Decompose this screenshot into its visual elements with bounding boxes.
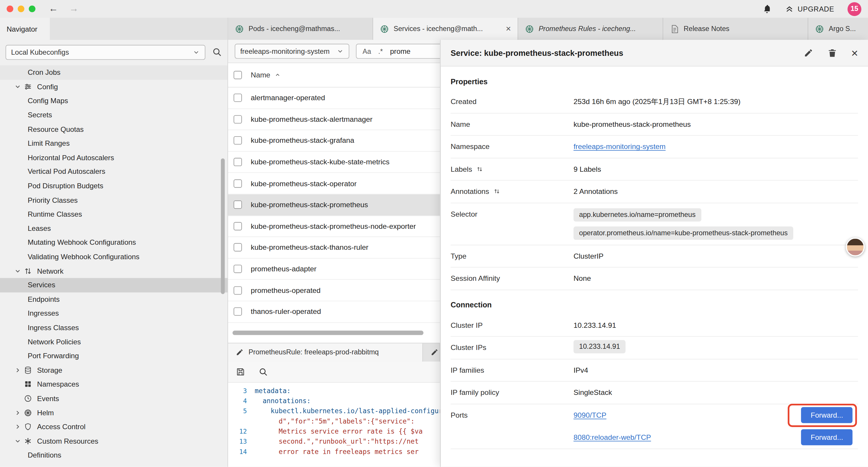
row-checkbox[interactable]	[234, 286, 242, 294]
sidebar-item-horizontal-pod-autoscalers[interactable]: Horizontal Pod Autoscalers	[0, 150, 227, 165]
row-checkbox[interactable]	[234, 222, 242, 230]
regex-toggle[interactable]: .*	[378, 47, 383, 55]
search-input[interactable]: Aa .* prome	[356, 44, 440, 59]
notification-badge[interactable]: 15	[848, 2, 862, 16]
sidebar-item-ingress-classes[interactable]: Ingress Classes	[0, 320, 227, 334]
chevron-down-icon[interactable]	[13, 267, 22, 274]
sidebar-item-limit-ranges[interactable]: Limit Ranges	[0, 136, 227, 150]
sidebar-item-endpoints[interactable]: Endpoints	[0, 292, 227, 306]
section-title-connection: Connection	[451, 296, 858, 315]
sidebar-item-port-forwarding[interactable]: Port Forwarding	[0, 349, 227, 363]
table-row-kube-prometheus-stack-operator[interactable]: kube-prometheus-stack-operator	[228, 173, 440, 194]
sidebar-item-config[interactable]: Config	[0, 80, 227, 94]
sidebar-item-leases[interactable]: Leases	[0, 222, 227, 236]
row-checkbox[interactable]	[234, 243, 242, 252]
namespace-selector[interactable]: freeleaps-monitoring-system	[235, 44, 349, 59]
table-row-kube-prometheus-stack-grafana[interactable]: kube-prometheus-stack-grafana	[228, 130, 440, 152]
row-checkbox[interactable]	[234, 115, 242, 123]
forward-button[interactable]: Forward...	[801, 407, 852, 423]
sidebar-item-network[interactable]: Network	[0, 264, 227, 278]
match-case-toggle[interactable]: Aa	[363, 47, 371, 55]
notifications-bell-icon[interactable]	[762, 4, 772, 13]
sidebar-item-events[interactable]: Events	[0, 391, 227, 406]
sidebar-item-network-policies[interactable]: Network Policies	[0, 334, 227, 349]
search-icon[interactable]	[212, 47, 222, 57]
table-row-prometheus-adapter[interactable]: prometheus-adapter	[228, 259, 440, 280]
sidebar-item-priority-classes[interactable]: Priority Classes	[0, 193, 227, 207]
save-icon[interactable]	[236, 367, 245, 376]
table-row-kube-prometheus-stack-prometheus-node-ex[interactable]: kube-prometheus-stack-prometheus-node-ex…	[228, 216, 440, 237]
close-tab-icon[interactable]: ×	[506, 24, 511, 33]
sidebar-item-helm[interactable]: Helm	[0, 406, 227, 420]
minimize-window-button[interactable]	[18, 6, 24, 12]
tab-argo-s[interactable]: Argo S...	[808, 18, 868, 40]
sidebar-item-vertical-pod-autoscalers[interactable]: Vertical Pod Autoscalers	[0, 165, 227, 179]
upgrade-button[interactable]: UPGRADE	[785, 4, 834, 13]
table-row-kube-prometheus-stack-thanos-ruler[interactable]: kube-prometheus-stack-thanos-ruler	[228, 237, 440, 258]
sidebar-item-access-control[interactable]: Access Control	[0, 420, 227, 434]
row-checkbox[interactable]	[234, 265, 242, 273]
sidebar-item-label: Ingresses	[28, 309, 59, 317]
sidebar-item-cron-jobs[interactable]: Cron Jobs	[0, 65, 227, 80]
drawer-header: Service: kube-prometheus-stack-prometheu…	[440, 40, 868, 66]
table-row-prometheus-operated[interactable]: prometheus-operated	[228, 280, 440, 301]
name-column-header[interactable]: Name	[251, 71, 281, 79]
sidebar-item-resource-quotas[interactable]: Resource Quotas	[0, 122, 227, 136]
port-link[interactable]: 8080:reloader-web/TCP	[574, 433, 651, 441]
sidebar-item-validating-webhook-configurations[interactable]: Validating Webhook Configurations	[0, 250, 227, 264]
table-row-kube-prometheus-stack-alertmanager[interactable]: kube-prometheus-stack-alertmanager	[228, 109, 440, 130]
yaml-editor[interactable]: 3metadata:4 annotations:5 kubectl.kubern…	[228, 382, 440, 467]
chevron-right-icon[interactable]	[13, 423, 22, 430]
search-icon[interactable]	[258, 367, 268, 376]
close-icon[interactable]: ×	[851, 47, 858, 59]
chevron-down-icon[interactable]	[13, 83, 22, 90]
sidebar-scrollbar[interactable]	[221, 158, 225, 294]
tab-services-icecheng-math[interactable]: Services - icecheng@math...×	[373, 18, 518, 40]
trash-icon[interactable]	[828, 48, 837, 58]
tab-pods-icecheng-mathmas[interactable]: Pods - icecheng@mathmas...	[228, 18, 373, 40]
row-checkbox[interactable]	[234, 179, 242, 187]
namespace-link[interactable]: freeleaps-monitoring-system	[574, 143, 665, 151]
table-row-kube-prometheus-stack-kube-state-metrics[interactable]: kube-prometheus-stack-kube-state-metrics	[228, 152, 440, 173]
property-row-cluster-ips: Cluster IPs10.233.14.91	[451, 337, 858, 359]
tab-release-notes[interactable]: Release Notes	[663, 18, 808, 40]
row-checkbox[interactable]	[234, 94, 242, 102]
edit-pencil-icon[interactable]	[804, 48, 813, 58]
sidebar-item-secrets[interactable]: Secrets	[0, 108, 227, 122]
table-row-thanos-ruler-operated[interactable]: thanos-ruler-operated	[228, 301, 440, 322]
row-checkbox[interactable]	[234, 137, 242, 145]
navigator-panel-tab[interactable]: Navigator	[0, 18, 50, 40]
zoom-window-button[interactable]	[29, 6, 35, 12]
sidebar-item-definitions[interactable]: Definitions	[0, 448, 227, 462]
select-all-checkbox[interactable]	[234, 71, 242, 79]
sidebar-item-ingresses[interactable]: Ingresses	[0, 306, 227, 320]
sidebar-item-namespaces[interactable]: Namespaces	[0, 377, 227, 391]
back-arrow-icon[interactable]: ←	[49, 3, 58, 14]
row-checkbox[interactable]	[234, 201, 242, 209]
dock-tab-2[interactable]	[423, 343, 440, 361]
dock-tab-label: PrometheusRule: freeleaps-prod-rabbitmq	[248, 348, 379, 356]
chevron-right-icon[interactable]	[13, 367, 22, 374]
sidebar-item-runtime-classes[interactable]: Runtime Classes	[0, 207, 227, 222]
forward-arrow-icon[interactable]: →	[69, 3, 79, 14]
chevron-right-icon[interactable]	[13, 409, 22, 416]
sidebar-item-services[interactable]: Services	[0, 278, 227, 292]
kubeconfig-selector[interactable]: Local Kubeconfigs	[6, 45, 205, 60]
table-row-kube-prometheus-stack-prometheus[interactable]: kube-prometheus-stack-prometheus	[228, 195, 440, 216]
sidebar-item-pod-disruption-budgets[interactable]: Pod Disruption Budgets	[0, 179, 227, 193]
chevron-down-icon[interactable]	[13, 437, 22, 444]
port-link[interactable]: 9090/TCP	[574, 411, 606, 419]
forward-button[interactable]: Forward...	[801, 429, 852, 445]
sidebar-item-mutating-webhook-configurations[interactable]: Mutating Webhook Configurations	[0, 236, 227, 250]
dock-tab-prometheusrule-freeleaps-prod-rabbitmq[interactable]: PrometheusRule: freeleaps-prod-rabbitmq	[228, 343, 423, 361]
tab-prometheus-rules-icecheng[interactable]: Prometheus Rules - icecheng...	[518, 18, 663, 40]
avatar[interactable]	[846, 238, 865, 257]
close-window-button[interactable]	[6, 6, 13, 12]
horizontal-scrollbar[interactable]	[232, 330, 423, 335]
sidebar-item-custom-resources[interactable]: Custom Resources	[0, 434, 227, 448]
row-checkbox[interactable]	[234, 308, 242, 316]
table-row-alertmanager-operated[interactable]: alertmanager-operated	[228, 87, 440, 109]
sidebar-item-storage[interactable]: Storage	[0, 363, 227, 377]
sidebar-item-config-maps[interactable]: Config Maps	[0, 94, 227, 108]
row-checkbox[interactable]	[234, 158, 242, 166]
